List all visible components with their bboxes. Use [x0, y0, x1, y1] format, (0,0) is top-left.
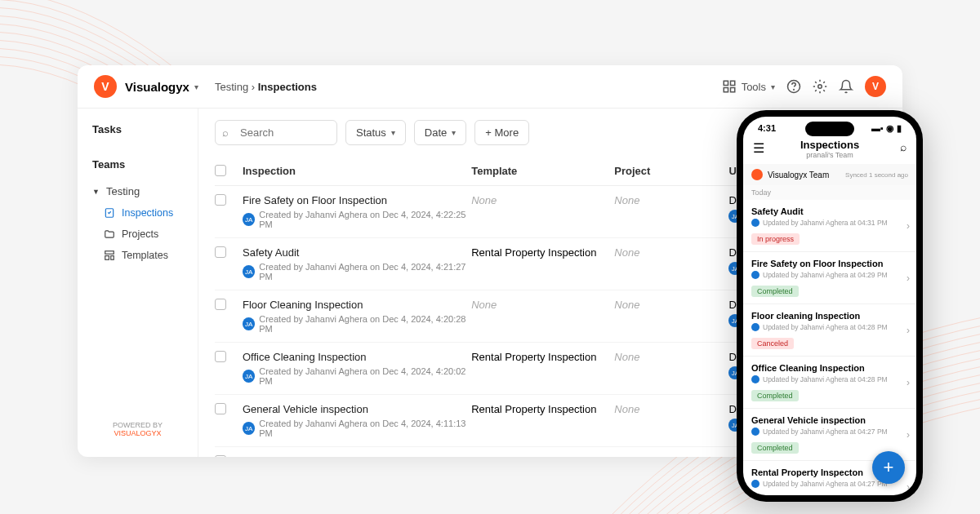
template-cell: None: [471, 194, 614, 206]
template-cell: Rental Property Inspection: [471, 246, 614, 259]
project-cell: None: [614, 403, 728, 415]
status-badge: Completed: [751, 286, 799, 297]
inspection-meta: JACreated by Jahanvi Aghera on Dec 4, 20…: [243, 314, 471, 334]
row-checkbox[interactable]: [215, 351, 226, 362]
phone-title: Inspections: [743, 139, 916, 151]
header-inspection[interactable]: Inspection: [243, 165, 471, 177]
creator-avatar: JA: [243, 317, 255, 330]
folder-icon: [104, 228, 115, 240]
sidebar-item-projects[interactable]: Projects: [78, 224, 198, 245]
help-icon[interactable]: [786, 79, 801, 94]
phone-team-row[interactable]: Visualogyx Team Synced 1 second ago: [743, 164, 916, 185]
bell-icon[interactable]: [839, 79, 853, 94]
phone-list-item[interactable]: Fire Safety on Floor Inspection Updated …: [743, 252, 916, 304]
hamburger-icon[interactable]: ☰: [753, 140, 764, 156]
phone-search-icon[interactable]: ⌕: [900, 140, 906, 153]
today-label: Today: [743, 185, 916, 200]
phone-item-title: General Vehicle inspection: [751, 415, 908, 425]
brand-badge: V: [94, 75, 117, 98]
breadcrumb: Testing › Inspections: [215, 81, 317, 93]
phone-mockup: 4:31 ▬▪ ◉ ▮ ☰ Inspections pranali's Team…: [737, 110, 923, 502]
phone-list-item[interactable]: Safety Audit Updated by Jahanvi Aghera a…: [743, 200, 916, 252]
template-cell: Rental Property Inspection: [471, 403, 614, 415]
powered-by: POWERED BY VISUALOGYX: [78, 413, 198, 445]
project-cell: None: [614, 299, 728, 311]
phone-item-meta: Updated by Jahanvi Aghera at 04:31 PM: [751, 219, 908, 227]
sidebar-item-templates[interactable]: Templates: [78, 245, 198, 266]
status-filter[interactable]: Status▾: [345, 120, 406, 145]
apps-icon: [722, 79, 737, 94]
search-box: ⌕: [215, 120, 337, 145]
chevron-down-icon: ▾: [771, 82, 775, 91]
row-checkbox[interactable]: [215, 403, 226, 414]
chevron-right-icon: ›: [906, 377, 910, 388]
svg-rect-1: [730, 81, 734, 85]
select-all-checkbox[interactable]: [215, 165, 226, 176]
settings-icon[interactable]: [813, 79, 827, 94]
tools-dropdown[interactable]: Tools ▾: [722, 79, 775, 94]
sidebar-tasks-label[interactable]: Tasks: [78, 120, 198, 139]
phone-subtitle: pranali's Team: [743, 151, 916, 159]
inspection-meta: JACreated by Jahanvi Aghera on Dec 4, 20…: [243, 419, 471, 438]
inspection-title: Fire Safety on Floor Inspection: [243, 194, 471, 206]
phone-item-meta: Updated by Jahanvi Aghera at 04:28 PM: [751, 375, 908, 383]
phone-item-meta: Updated by Jahanvi Aghera at 04:28 PM: [751, 323, 908, 331]
user-dot-icon: [751, 271, 760, 279]
user-dot-icon: [751, 323, 760, 331]
breadcrumb-parent[interactable]: Testing: [215, 81, 248, 93]
template-cell: None: [471, 299, 614, 311]
inspection-meta: JACreated by Jahanvi Aghera on Dec 4, 20…: [243, 210, 471, 229]
brand-chevron-icon[interactable]: ▾: [194, 82, 198, 91]
user-dot-icon: [751, 480, 760, 488]
project-cell: None: [614, 246, 728, 259]
chevron-right-icon: ›: [906, 220, 910, 232]
date-filter[interactable]: Date▾: [414, 120, 466, 145]
phone-notch: [805, 122, 854, 136]
row-checkbox[interactable]: [215, 194, 226, 206]
sidebar-item-inspections[interactable]: Inspections: [78, 202, 198, 224]
phone-list[interactable]: Safety Audit Updated by Jahanvi Aghera a…: [743, 200, 916, 489]
topbar: V Visualogyx ▾ Testing › Inspections Too…: [78, 65, 902, 109]
more-filter[interactable]: + More: [474, 120, 529, 145]
chevron-right-icon: ›: [906, 273, 910, 284]
phone-item-title: Office Cleaning Inspection: [751, 363, 908, 373]
project-cell: None: [614, 455, 728, 457]
inspection-title: Rental Property Inspection: [243, 455, 471, 457]
chevron-right-icon: ›: [906, 429, 910, 441]
battery-icon: ▮: [897, 123, 902, 133]
signal-icon: ▬▪: [871, 123, 884, 133]
creator-avatar: JA: [243, 265, 255, 278]
search-input[interactable]: [215, 120, 337, 145]
header-template[interactable]: Template: [471, 165, 614, 177]
phone-header: ☰ Inspections pranali's Team ⌕: [743, 137, 916, 164]
phone-item-meta: Updated by Jahanvi Aghera at 04:27 PM: [751, 428, 908, 436]
sidebar-teams-label: Teams: [78, 155, 198, 174]
fab-add-button[interactable]: +: [872, 451, 905, 484]
status-badge: Canceled: [751, 338, 794, 349]
status-badge: In progress: [751, 233, 800, 245]
svg-rect-8: [105, 251, 114, 255]
user-dot-icon: [751, 219, 760, 227]
template-icon: [104, 250, 115, 261]
svg-rect-0: [724, 81, 728, 85]
row-checkbox[interactable]: [215, 246, 226, 258]
phone-item-title: Fire Safety on Floor Inspection: [751, 259, 908, 268]
sidebar: Tasks Teams ▼ Testing Inspections Projec…: [78, 109, 198, 457]
project-cell: None: [614, 194, 728, 206]
header-project[interactable]: Project: [614, 165, 728, 177]
creator-avatar: JA: [243, 370, 255, 383]
sidebar-team-testing[interactable]: ▼ Testing: [78, 180, 198, 202]
status-badge: Completed: [751, 390, 799, 401]
user-avatar[interactable]: V: [865, 76, 886, 97]
project-cell: None: [614, 351, 728, 363]
row-checkbox[interactable]: [215, 455, 226, 457]
chevron-right-icon: ›: [906, 481, 910, 490]
template-cell: Rental Property Inspection: [471, 455, 614, 457]
creator-avatar: JA: [243, 213, 255, 226]
inspection-title: Floor Cleaning Inspection: [243, 299, 471, 311]
phone-list-item[interactable]: Office Cleaning Inspection Updated by Ja…: [743, 357, 916, 409]
phone-list-item[interactable]: Floor cleaning Inspection Updated by Jah…: [743, 304, 916, 357]
search-icon: ⌕: [222, 126, 229, 139]
chevron-right-icon: ›: [906, 325, 910, 336]
row-checkbox[interactable]: [215, 299, 226, 310]
